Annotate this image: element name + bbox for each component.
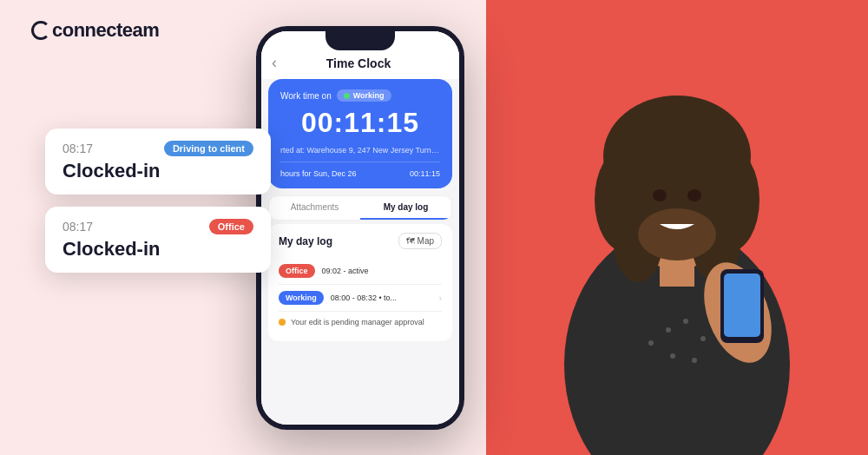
card-1-header: 08:17 Driving to client: [62, 141, 253, 156]
pending-approval-row: Your edit is pending manager approval: [279, 312, 442, 333]
working-label: Working: [353, 91, 385, 100]
phone-content: ‹ Time Clock Work time on Working 00:11:…: [261, 31, 459, 425]
total-label: hours for Sun, Dec 26: [280, 169, 357, 178]
svg-point-8: [687, 189, 701, 201]
tab-attachments[interactable]: Attachments: [269, 196, 360, 220]
svg-point-7: [653, 189, 667, 201]
timer-total: hours for Sun, Dec 26 00:11:15: [280, 162, 440, 178]
svg-point-9: [638, 208, 716, 260]
timer-display: 00:11:15: [280, 107, 440, 139]
card-2-header: 08:17 Office: [62, 219, 253, 234]
day-log-title: My day log: [279, 235, 332, 247]
svg-point-13: [700, 336, 706, 341]
day-log-section: My day log 🗺 Map Office 09:02 - active W…: [268, 224, 452, 341]
logo-text: connecteam: [52, 19, 159, 42]
work-time-label: Work time on: [280, 91, 332, 101]
svg-point-12: [683, 319, 688, 324]
notification-card-1: 08:17 Driving to client Clocked-in: [45, 129, 271, 195]
timer-location: rted at: Warehouse 9, 247 New Jersey Tur…: [280, 146, 440, 155]
tab-my-day-log[interactable]: My day log: [360, 196, 451, 220]
card-1-status: Clocked-in: [62, 160, 253, 182]
log-entry-2-text: 08:00 - 08:32 • to...: [331, 293, 397, 302]
pending-dot: [279, 319, 286, 326]
chevron-right-icon: ›: [439, 293, 442, 303]
map-label: Map: [418, 236, 434, 246]
total-time: 00:11:15: [410, 169, 440, 178]
back-icon[interactable]: ‹: [272, 54, 277, 72]
working-badge: Working: [337, 89, 391, 102]
log-entry-2[interactable]: Working 08:00 - 08:32 • to... ›: [279, 285, 442, 312]
phone-title: Time Clock: [284, 56, 433, 70]
timer-card: Work time on Working 00:11:15 rted at: W…: [268, 79, 452, 188]
card-1-time: 08:17: [62, 142, 93, 155]
green-status-dot: [344, 93, 350, 99]
day-log-header: My day log 🗺 Map: [279, 233, 442, 249]
card-1-badge: Driving to client: [164, 141, 253, 156]
logo: connecteam: [31, 19, 159, 42]
log-entry-1: Office 09:02 - active: [279, 258, 442, 285]
notification-card-2: 08:17 Office Clocked-in: [45, 207, 271, 273]
log-entry-1-badge: Office: [279, 264, 315, 278]
phone-tabs: Attachments My day log: [268, 195, 452, 221]
log-entry-2-badge: Working: [279, 291, 324, 305]
svg-rect-10: [660, 260, 694, 287]
map-icon: 🗺: [406, 236, 415, 246]
person-photo: [486, 0, 868, 455]
svg-point-16: [692, 358, 697, 363]
card-2-status: Clocked-in: [62, 238, 253, 260]
pending-text: Your edit is pending manager approval: [291, 318, 424, 326]
svg-point-14: [648, 340, 654, 346]
svg-point-15: [670, 353, 675, 359]
phone-notch: [326, 31, 395, 50]
card-2-badge: Office: [209, 219, 253, 234]
svg-rect-19: [724, 274, 760, 337]
map-button[interactable]: 🗺 Map: [398, 233, 442, 249]
logo-icon: [31, 21, 50, 40]
timer-top: Work time on Working: [280, 89, 440, 102]
card-2-time: 08:17: [62, 220, 93, 234]
phone-mockup: ‹ Time Clock Work time on Working 00:11:…: [256, 26, 464, 430]
log-entry-1-text: 09:02 - active: [322, 267, 369, 275]
svg-point-11: [666, 327, 671, 333]
